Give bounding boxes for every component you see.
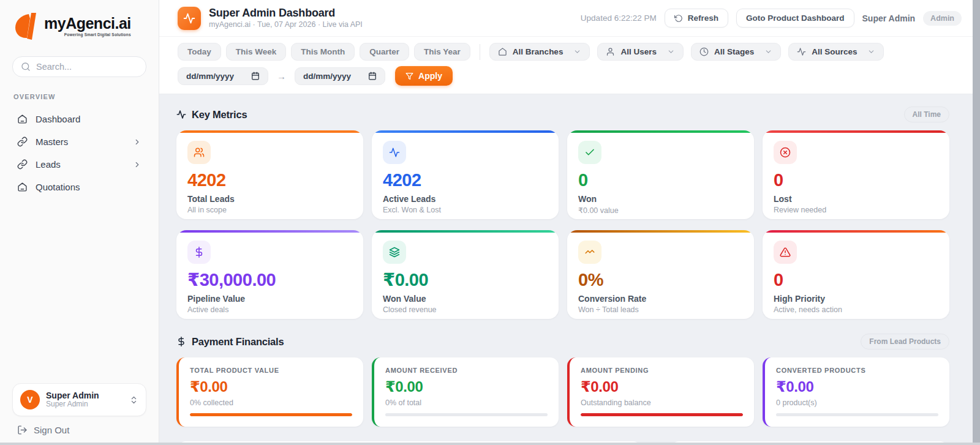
metric-sub: Closed revenue [383, 305, 548, 314]
apply-label: Apply [418, 71, 442, 81]
payment-value: ₹0.00 [581, 378, 743, 395]
date-from-input[interactable]: dd/mm/yyyy [178, 67, 268, 85]
metric-card-conversion-rate: 0% Conversion Rate Won ÷ Total leads [567, 230, 754, 319]
payment-label: CONVERTED PRODUCTS [776, 367, 938, 374]
check-icon [578, 141, 601, 164]
sources-dropdown[interactable]: All Sources [788, 43, 884, 61]
date-from-value: dd/mm/yyyy [186, 72, 234, 81]
payment-financials-title: Payment Financials [192, 336, 284, 348]
metric-label: Won [578, 194, 743, 204]
refresh-label: Refresh [688, 13, 718, 23]
app-window: myAgenci.ai Powering Smart Digital Solut… [0, 0, 980, 445]
metric-card-lost: 0 Lost Review needed [763, 130, 949, 219]
sidebar-item-masters[interactable]: Masters [12, 130, 146, 153]
date-to-input[interactable]: dd/mm/yyyy [295, 67, 385, 85]
from-lead-products-badge: From Lead Products [861, 334, 949, 350]
chevron-down-icon [573, 48, 581, 56]
progress-bar [581, 413, 743, 416]
scrollbar[interactable] [973, 0, 980, 445]
sidebar-search[interactable] [12, 56, 146, 77]
funnel-icon [405, 72, 413, 80]
header-user-name: Super Admin [862, 13, 916, 23]
sources-dropdown-value: All Sources [812, 47, 857, 56]
card-accent-bar [176, 130, 363, 133]
payment-label: AMOUNT RECEIVED [385, 367, 548, 374]
payment-sub: 0% collected [190, 398, 352, 407]
refresh-button[interactable]: Refresh [665, 9, 728, 28]
home-icon [17, 114, 28, 124]
sidebar-item-label: Dashboard [36, 114, 80, 124]
chevron-down-icon [764, 48, 772, 56]
metric-value: ₹30,000.00 [187, 271, 352, 289]
updated-timestamp: Updated 6:22:22 PM [581, 13, 657, 23]
key-metrics-title: Key Metrics [192, 109, 247, 121]
activity-icon [383, 141, 406, 164]
metric-card-active-leads: 4202 Active Leads Excl. Won & Lost [372, 130, 559, 219]
metric-value: ₹0.00 [383, 271, 548, 289]
metric-value: 0 [774, 171, 938, 189]
goto-product-dashboard-label: Goto Product Dashboard [746, 13, 845, 23]
search-input[interactable] [36, 62, 138, 72]
sidebar-item-quotations[interactable]: Quotations [12, 176, 146, 198]
brand-name: myAgenci.ai [44, 16, 131, 31]
link-icon [17, 136, 28, 147]
trending-icon [578, 241, 601, 264]
apply-button[interactable]: Apply [395, 66, 453, 86]
progress-bar [190, 413, 352, 416]
metric-value: 4202 [383, 171, 548, 189]
payment-card-amount-received: AMOUNT RECEIVED ₹0.00 0% of total [372, 357, 559, 427]
payment-sub: 0% of total [385, 398, 548, 407]
filter-bar: Today This Week This Month Quarter This … [159, 37, 980, 94]
layers-icon [383, 241, 406, 264]
sign-out-button[interactable]: Sign Out [12, 416, 146, 435]
calendar-icon [251, 72, 260, 80]
user-icon [606, 47, 615, 56]
card-accent-bar [567, 130, 754, 133]
filter-this-week-button[interactable]: This Week [226, 43, 287, 61]
quick-filters-row: Today This Week This Month Quarter This … [178, 43, 962, 61]
metric-label: Pipeline Value [187, 294, 352, 304]
admin-badge: Admin [923, 11, 962, 26]
payment-financials-header: Payment Financials From Lead Products [176, 334, 949, 350]
metric-label: Total Leads [187, 194, 352, 204]
metric-label: High Priority [774, 294, 938, 304]
refresh-icon [674, 14, 683, 23]
home-icon [17, 182, 28, 192]
dashboard-app-icon [178, 7, 201, 30]
branch-icon [498, 47, 507, 56]
user-role: Super Admin [46, 400, 99, 409]
payment-sub: Outstanding balance [581, 398, 743, 407]
activity-icon [176, 110, 186, 119]
sidebar-item-leads[interactable]: Leads [12, 153, 146, 176]
payment-cards-row: TOTAL PRODUCT VALUE ₹0.00 0% collected A… [176, 357, 949, 427]
payment-value: ₹0.00 [385, 378, 548, 395]
chevron-down-icon [667, 48, 675, 56]
top-header: Super Admin Dashboard myAgenci.ai · Tue,… [159, 0, 980, 37]
filter-today-button[interactable]: Today [178, 43, 221, 61]
goto-product-dashboard-button[interactable]: Goto Product Dashboard [736, 9, 854, 28]
branches-dropdown[interactable]: All Branches [489, 43, 590, 61]
filter-this-month-button[interactable]: This Month [291, 43, 355, 61]
filter-quarter-button[interactable]: Quarter [360, 43, 409, 61]
brand-logo: myAgenci.ai Powering Smart Digital Solut… [12, 12, 146, 40]
payment-card-amount-pending: AMOUNT PENDING ₹0.00 Outstanding balance [567, 357, 754, 427]
progress-fill [190, 413, 352, 416]
users-icon [187, 141, 211, 164]
metric-card-pipeline-value: ₹30,000.00 Pipeline Value Active deals [176, 230, 363, 319]
stages-dropdown-value: All Stages [714, 47, 754, 56]
metric-sub: All in scope [187, 206, 352, 214]
metric-sub: Active deals [187, 305, 352, 314]
sidebar-item-dashboard[interactable]: Dashboard [12, 108, 146, 130]
metric-card-won-value: ₹0.00 Won Value Closed revenue [372, 230, 559, 319]
metric-sub: Review needed [774, 206, 938, 214]
sign-out-label: Sign Out [34, 425, 69, 435]
date-to-value: dd/mm/yyyy [303, 72, 351, 81]
metric-card-total-leads: 4202 Total Leads All in scope [176, 130, 363, 219]
stages-dropdown[interactable]: All Stages [691, 43, 781, 61]
page-subtitle: myAgenci.ai · Tue, 07 Apr 2026 · Live vi… [209, 20, 363, 29]
payment-card-total-product-value: TOTAL PRODUCT VALUE ₹0.00 0% collected [176, 357, 363, 427]
users-dropdown[interactable]: All Users [597, 43, 684, 61]
filter-this-year-button[interactable]: This Year [414, 43, 470, 61]
sidebar-user-card[interactable]: V Super Admin Super Admin [12, 383, 146, 416]
chevrons-up-down-icon [129, 395, 138, 405]
